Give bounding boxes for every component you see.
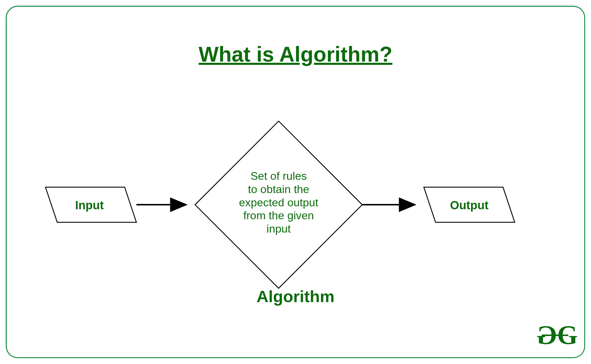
gfg-logo-strike: [542, 335, 568, 336]
algorithm-rules-line-4: from the given: [243, 209, 314, 222]
algorithm-rules-line-5: input: [266, 223, 291, 235]
input-node-label: Input: [75, 199, 104, 212]
gfg-logo: GG: [542, 322, 572, 348]
algorithm-node: Set of rules to obtain the expected outp…: [195, 121, 362, 288]
input-node: Input: [45, 187, 136, 222]
output-node-label: Output: [450, 199, 488, 212]
algorithm-rules-line-3: expected output: [239, 196, 318, 209]
output-node: Output: [424, 187, 515, 222]
algorithm-rules-line-2: to obtain the: [248, 183, 309, 195]
algorithm-caption: Algorithm: [7, 287, 584, 306]
diagram-frame: What is Algorithm? Input Set of rules to…: [6, 6, 585, 358]
algorithm-rules-line-1: Set of rules: [251, 170, 307, 182]
